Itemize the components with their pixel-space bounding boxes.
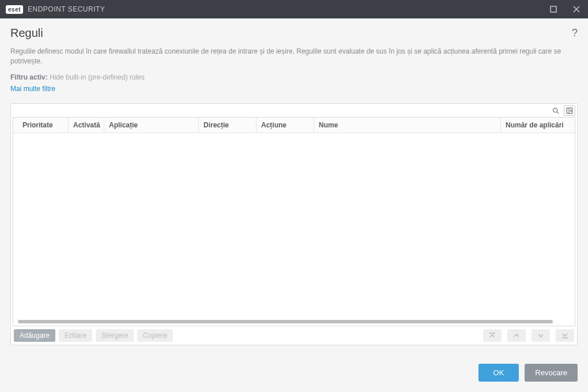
svg-rect-0 <box>551 6 556 12</box>
delete-button[interactable]: Ștergere <box>96 329 134 342</box>
col-priority[interactable]: Prioritate <box>13 118 69 133</box>
content: Reguli ? Regulile definesc modul în care… <box>0 18 588 392</box>
ok-button[interactable]: OK <box>478 364 519 382</box>
rules-panel: Prioritate Activată Aplicație Direcție A… <box>10 103 578 345</box>
filter-label: Filtru activ: <box>10 73 48 81</box>
panel-actions: Adăugare Editare Ștergere Copiere <box>13 326 575 343</box>
maximize-icon <box>550 6 557 13</box>
active-filter: Filtru activ: Hide built-in (pre-defined… <box>10 73 578 81</box>
search-icon <box>552 107 559 114</box>
help-button[interactable]: ? <box>572 27 578 39</box>
col-action[interactable]: Acțiune <box>257 118 314 133</box>
window-close-button[interactable] <box>565 0 588 18</box>
filter-value: Hide built-in (pre-defined) rules <box>50 73 145 81</box>
col-direction[interactable]: Direcție <box>199 118 257 133</box>
svg-point-3 <box>553 108 557 112</box>
col-application[interactable]: Aplicație <box>104 118 199 133</box>
close-icon <box>573 6 580 13</box>
titlebar: eset ENDPOINT SECURITY <box>0 0 588 18</box>
table-body <box>13 133 575 326</box>
search-button[interactable] <box>550 105 561 116</box>
chevron-up-icon <box>512 332 521 339</box>
move-bottom-button[interactable] <box>556 329 574 342</box>
col-name[interactable]: Nume <box>314 118 501 133</box>
table-header-row: Prioritate Activată Aplicație Direcție A… <box>13 118 575 133</box>
cancel-button[interactable]: Revocare <box>525 364 578 382</box>
horizontal-scrollbar[interactable] <box>18 320 553 323</box>
rules-table: Prioritate Activată Aplicație Direcție A… <box>13 117 575 326</box>
page-title: Reguli <box>10 27 572 40</box>
brand-logo: eset <box>6 5 23 14</box>
copy-button[interactable]: Copiere <box>137 329 173 342</box>
chevron-down-icon <box>537 332 545 339</box>
columns-button[interactable] <box>564 105 575 116</box>
dialog-footer: OK Revocare <box>10 345 578 382</box>
col-enabled[interactable]: Activată <box>69 118 104 133</box>
product-name: ENDPOINT SECURITY <box>28 5 105 13</box>
chevron-top-icon <box>488 332 496 339</box>
move-up-button[interactable] <box>507 329 526 342</box>
more-filters-link[interactable]: Mai multe filtre <box>10 85 578 93</box>
window-maximize-button[interactable] <box>542 0 565 18</box>
move-top-button[interactable] <box>483 329 502 342</box>
svg-line-4 <box>557 111 559 113</box>
columns-icon <box>566 107 573 114</box>
add-button[interactable]: Adăugare <box>14 329 55 342</box>
page-description: Regulile definesc modul în care firewall… <box>10 47 578 66</box>
col-apply-count[interactable]: Număr de aplicări <box>501 118 575 133</box>
move-down-button[interactable] <box>532 329 550 342</box>
toolbar-row <box>13 105 575 116</box>
edit-button[interactable]: Editare <box>59 329 92 342</box>
chevron-bottom-icon <box>561 332 569 339</box>
